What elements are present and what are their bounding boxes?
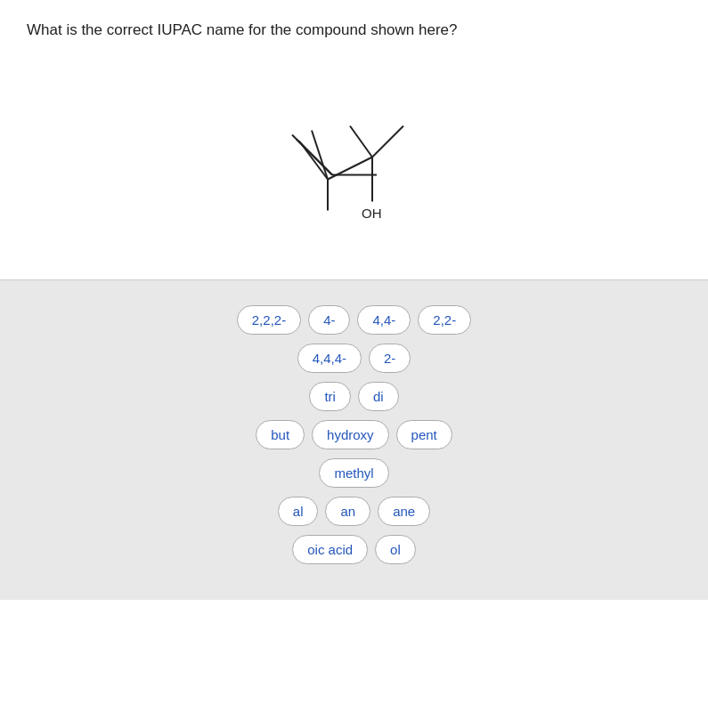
molecule-area: OH xyxy=(27,66,681,244)
token-row-1: 2,2,2- 4- 4,4- 2,2- xyxy=(237,305,471,335)
svg-line-8 xyxy=(372,126,403,158)
token-hydroxy[interactable]: hydroxy xyxy=(312,420,389,449)
token-row-5: methyl xyxy=(319,458,388,488)
token-222[interactable]: 2,2,2- xyxy=(237,305,301,335)
oh-label: OH xyxy=(362,206,382,221)
token-an[interactable]: an xyxy=(325,497,370,526)
token-row-2: 4,4,4- 2- xyxy=(297,344,411,373)
svg-line-6 xyxy=(328,158,372,180)
top-section: What is the correct IUPAC name for the c… xyxy=(0,0,708,271)
svg-line-4 xyxy=(312,131,328,180)
molecule-diagram: OH xyxy=(239,75,470,235)
token-row-3: tri di xyxy=(309,382,398,411)
token-row-7: oic acid ol xyxy=(292,535,416,564)
token-2[interactable]: 2- xyxy=(369,344,411,373)
token-al[interactable]: al xyxy=(278,497,319,526)
token-but[interactable]: but xyxy=(256,420,305,449)
token-di[interactable]: di xyxy=(358,382,399,411)
token-444[interactable]: 4,4,4- xyxy=(297,344,362,373)
token-4[interactable]: 4- xyxy=(308,305,350,335)
token-tri[interactable]: tri xyxy=(309,382,351,411)
token-row-4: but hydroxy pent xyxy=(256,420,452,449)
bottom-section: 2,2,2- 4- 4,4- 2,2- 4,4,4- 2- tri di but… xyxy=(0,280,708,600)
token-row-6: al an ane xyxy=(278,497,430,526)
token-pent[interactable]: pent xyxy=(396,420,452,449)
token-44[interactable]: 4,4- xyxy=(357,305,411,335)
token-methyl[interactable]: methyl xyxy=(319,458,388,488)
svg-line-7 xyxy=(350,126,372,158)
token-ol[interactable]: ol xyxy=(375,535,416,564)
token-ane[interactable]: ane xyxy=(378,497,430,526)
token-22[interactable]: 2,2- xyxy=(418,305,471,335)
svg-line-3 xyxy=(299,142,328,180)
question-text: What is the correct IUPAC name for the c… xyxy=(27,21,681,39)
token-oic-acid[interactable]: oic acid xyxy=(292,535,368,564)
